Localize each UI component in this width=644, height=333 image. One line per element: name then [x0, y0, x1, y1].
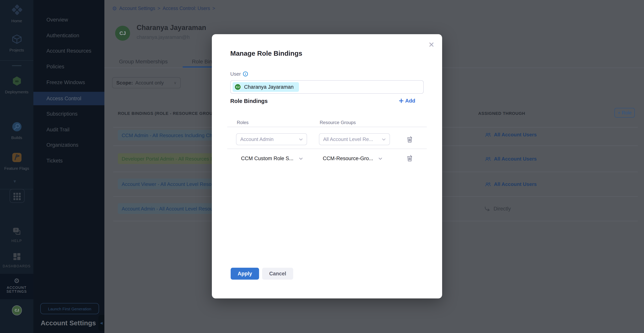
nav-item-policies[interactable]: Policies — [34, 60, 104, 73]
harness-logo-icon — [0, 4, 34, 16]
nav-heading: Account Settings — [41, 319, 96, 327]
assigned-label: All Account Users — [494, 156, 537, 162]
nav-item-overview[interactable]: Overview — [34, 13, 104, 27]
rail-collapse-dash[interactable] — [12, 65, 22, 66]
role-binding-chip[interactable]: CCM Admin - All Resources Including Chil — [118, 130, 218, 141]
scope-select[interactable]: Scope: Account only ∨ — [112, 77, 181, 88]
nav-item-label: Freeze Windows — [46, 80, 85, 85]
nav-item-label: Overview — [46, 17, 68, 23]
module-picker-button[interactable] — [10, 189, 24, 203]
nav-item-subscriptions[interactable]: Subscriptions — [34, 107, 104, 121]
assigned-through-link[interactable]: All Account Users — [485, 156, 537, 162]
deployments-cd-icon: ∞ — [0, 76, 34, 87]
user-label-text: User — [230, 71, 241, 77]
nav-item-label: Access Control — [46, 96, 81, 101]
svg-text:∞: ∞ — [15, 78, 18, 84]
rail-item-dashboards[interactable]: DASHBOARDS — [0, 253, 34, 268]
table-header-assigned-through: ASSIGNED THROUGH — [478, 111, 525, 116]
modal-title: Manage Role Bindings — [230, 50, 302, 58]
rail-item-label: Deployments — [5, 90, 28, 94]
role-select[interactable]: Account Admin — [236, 133, 307, 145]
nav-item-access-control[interactable]: Access Control — [34, 92, 104, 105]
add-role-button[interactable]: + Role — [614, 108, 635, 118]
nav-item-label: Organizations — [46, 142, 78, 148]
chevron-down-icon[interactable]: ▼ — [13, 179, 17, 184]
role-binding-chip[interactable]: Account Admin - All Account Level Resour — [118, 203, 218, 214]
cancel-button[interactable]: Cancel — [262, 268, 293, 280]
rail-item-label: Projects — [10, 48, 24, 52]
modal-divider — [227, 127, 427, 127]
role-bindings-section-heading: Role Bindings — [230, 98, 268, 104]
feature-flags-icon — [0, 152, 34, 164]
assigned-through-link[interactable]: All Account Users — [485, 132, 537, 138]
nav-item-audit-trail[interactable]: Audit Trail — [34, 123, 104, 136]
nav-item-account-resources[interactable]: Account Resources — [34, 44, 104, 58]
role-binding-chip[interactable]: Developer Portal Admin - All Resources I… — [118, 153, 218, 164]
rail-item-feature-flags[interactable]: Feature Flags — [0, 152, 34, 171]
cube-icon — [0, 34, 34, 45]
add-binding-button[interactable]: Add — [399, 98, 416, 104]
rail-item-account-settings[interactable]: ⚙ ACCOUNT SETTINGS — [0, 274, 34, 299]
rail-item-label: Feature Flags — [4, 166, 29, 171]
rail-item-label: Builds — [11, 135, 22, 140]
user-avatar[interactable]: CJ — [12, 305, 22, 315]
nav-item-authentication[interactable]: Authentication — [34, 29, 104, 42]
resource-group-select[interactable]: CCM-Resource-Gro... — [323, 156, 382, 161]
user-chip-avatar: CJ — [234, 84, 241, 90]
nav-item-label: Authentication — [46, 33, 79, 39]
page-user-email: charanya.jayaraman@h — [137, 34, 190, 40]
launch-first-generation-button[interactable]: Launch First Generation — [40, 303, 99, 314]
rail-item-label-line1: ACCOUNT — [0, 286, 34, 290]
tab-group-memberships[interactable]: Group Memberships — [119, 58, 168, 65]
column-label-resource-groups: Resource Groups — [320, 120, 356, 125]
resource-group-select[interactable]: All Account Level Re... — [319, 133, 390, 145]
nav-item-label: Tickets — [46, 158, 63, 164]
close-glyph: ✕ — [428, 41, 434, 49]
selected-user-chip[interactable]: CJ Charanya Jayaraman — [232, 82, 299, 92]
role-select-value: CCM Custom Role S... — [241, 156, 294, 161]
gear-icon: ⚙ — [112, 5, 117, 12]
resource-group-select-value: CCM-Resource-Gro... — [323, 156, 373, 161]
add-label: Add — [405, 98, 416, 104]
delete-binding-button[interactable] — [407, 136, 412, 144]
tab-label: Group Memberships — [119, 58, 168, 65]
user-group-icon — [485, 132, 491, 137]
rail-item-help[interactable]: ? HELP — [0, 227, 34, 243]
apply-label: Apply — [238, 271, 252, 276]
rail-item-projects[interactable]: Projects — [0, 34, 34, 52]
close-icon[interactable]: ✕ — [428, 40, 434, 49]
grid-icon — [14, 193, 21, 200]
module-rail: Home Projects ∞ Deployments Builds — [0, 0, 34, 333]
rail-item-deployments[interactable]: ∞ Deployments — [0, 76, 34, 94]
nav-item-tickets[interactable]: Tickets — [34, 154, 104, 167]
chip-label: Account Viewer - All Account Level Resou — [122, 181, 214, 187]
resource-group-select-value: All Account Level Re... — [323, 136, 373, 142]
rail-item-label: HELP — [11, 239, 22, 243]
rail-item-home[interactable]: Home — [0, 4, 34, 23]
add-role-label: + Role — [618, 110, 632, 115]
cancel-label: Cancel — [269, 271, 286, 276]
gear-icon: ⚙ — [14, 277, 20, 285]
trash-icon — [407, 136, 412, 143]
user-field-label: User i — [230, 71, 248, 77]
assigned-through-link[interactable]: All Account Users — [485, 181, 537, 187]
role-binding-chip[interactable]: Account Viewer - All Account Level Resou — [118, 179, 218, 189]
nav-item-freeze-windows[interactable]: Freeze Windows — [34, 76, 104, 89]
delete-binding-button[interactable] — [407, 155, 412, 163]
nav-item-label: Subscriptions — [46, 111, 78, 117]
chip-label: Developer Portal Admin - All Resources I… — [122, 156, 214, 162]
nav-collapse-button[interactable]: ◀ — [98, 315, 104, 331]
breadcrumb-access-control-users[interactable]: Access Control: Users — [162, 6, 210, 11]
user-select-input[interactable]: CJ Charanya Jayaraman — [230, 80, 424, 94]
chevron-left-icon: ◀ — [100, 321, 103, 325]
rail-item-builds[interactable]: Builds — [0, 121, 34, 140]
nav-item-organizations[interactable]: Organizations — [34, 138, 104, 152]
page-user-avatar: CJ — [115, 26, 130, 41]
svg-text:i: i — [245, 72, 246, 76]
chip-label: Account Admin - All Account Level Resour — [122, 206, 214, 211]
role-select[interactable]: CCM Custom Role S... — [241, 156, 302, 161]
apply-button[interactable]: Apply — [231, 268, 259, 280]
breadcrumb-account-settings[interactable]: Account Settings — [119, 6, 155, 11]
launch-button-label: Launch First Generation — [48, 306, 91, 311]
info-icon[interactable]: i — [243, 72, 248, 77]
